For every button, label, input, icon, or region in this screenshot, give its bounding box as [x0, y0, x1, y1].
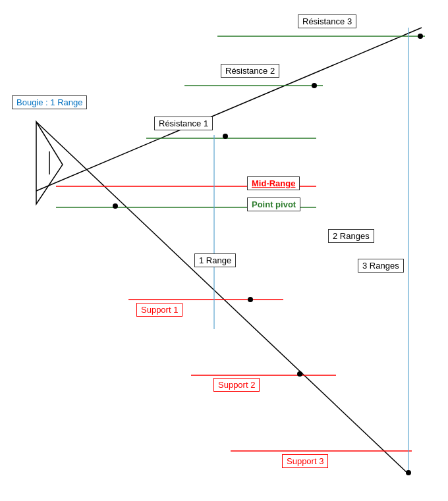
svg-point-16	[223, 134, 228, 139]
svg-point-18	[248, 297, 253, 302]
two-ranges-label: 2 Ranges	[328, 229, 374, 243]
resistance2-label: Résistance 2	[221, 64, 279, 78]
svg-point-20	[406, 470, 411, 475]
one-range-label: 1 Range	[194, 253, 236, 267]
svg-point-14	[418, 34, 423, 39]
resistance1-label: Résistance 1	[154, 117, 213, 130]
midrange-label: Mid-Range	[247, 176, 300, 190]
bougie-label: Bougie : 1 Range	[12, 95, 87, 109]
point-pivot-label: Point pivot	[247, 198, 300, 211]
svg-point-19	[297, 371, 302, 377]
svg-line-0	[36, 28, 422, 191]
three-ranges-label: 3 Ranges	[358, 259, 404, 273]
resistance3-label: Résistance 3	[298, 14, 356, 28]
support1-label: Support 1	[136, 303, 182, 317]
svg-point-15	[312, 83, 317, 88]
svg-point-17	[113, 203, 118, 209]
support3-label: Support 3	[282, 454, 328, 468]
svg-line-1	[36, 122, 408, 474]
support2-label: Support 2	[213, 378, 260, 392]
